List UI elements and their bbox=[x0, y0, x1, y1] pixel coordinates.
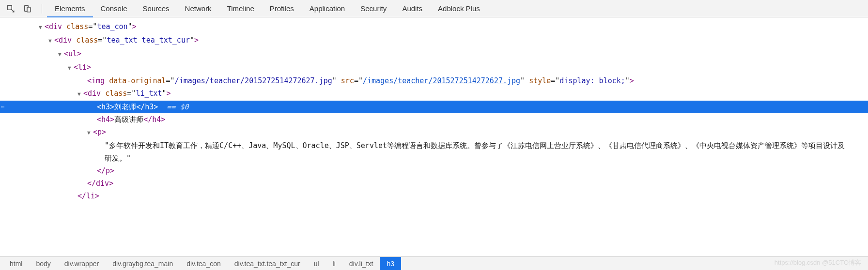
crumb-tea-con[interactable]: div.tea_con bbox=[180, 257, 228, 270]
collapse-arrow-icon[interactable]: ▼ bbox=[68, 62, 74, 75]
tab-console[interactable]: Console bbox=[93, 0, 135, 17]
tree-row[interactable]: <h4>高级讲师</h4> bbox=[0, 113, 868, 126]
crumb-li[interactable]: li bbox=[326, 257, 342, 270]
tree-row[interactable]: ▼<div class="tea_con"> bbox=[0, 20, 868, 34]
selection-marker-icon: ⋯ bbox=[0, 101, 9, 113]
tree-row[interactable]: ▼<ul> bbox=[0, 47, 868, 61]
tab-sources[interactable]: Sources bbox=[135, 0, 177, 17]
tree-row[interactable]: </li> bbox=[0, 190, 868, 202]
tab-profiles[interactable]: Profiles bbox=[262, 0, 302, 17]
tab-elements[interactable]: Elements bbox=[47, 0, 93, 17]
collapse-arrow-icon[interactable]: ▼ bbox=[39, 21, 45, 34]
tab-application[interactable]: Application bbox=[302, 0, 353, 17]
tab-network[interactable]: Network bbox=[177, 0, 219, 17]
tree-row[interactable]: ▼<li> bbox=[0, 61, 868, 75]
crumb-ul[interactable]: ul bbox=[307, 257, 326, 270]
crumb-li-txt[interactable]: div.li_txt bbox=[342, 257, 380, 270]
tree-row[interactable]: </p> bbox=[0, 165, 868, 177]
crumb-body[interactable]: body bbox=[29, 257, 57, 270]
tree-row[interactable]: "多年软件开发和IT教育工作，精通C/C++、Java、MySQL、Oracle… bbox=[0, 139, 868, 165]
collapse-arrow-icon[interactable]: ▼ bbox=[87, 127, 93, 139]
crumb-wrapper[interactable]: div.wrapper bbox=[58, 257, 106, 270]
breadcrumb: html body div.wrapper div.graybg.tea_mai… bbox=[0, 256, 868, 270]
tab-timeline[interactable]: Timeline bbox=[219, 0, 262, 17]
tab-security[interactable]: Security bbox=[353, 0, 394, 17]
elements-tree[interactable]: ▼<div class="tea_con"> ▼<div class="tea_… bbox=[0, 17, 868, 256]
inspect-icon[interactable] bbox=[4, 2, 17, 15]
watermark-text: https://blog.csdn @51CTO博客 bbox=[775, 258, 861, 267]
device-toggle-icon[interactable] bbox=[20, 2, 34, 15]
crumb-tea-txt[interactable]: div.tea_txt.tea_txt_cur bbox=[228, 257, 307, 270]
tree-row[interactable]: <img data-original="/images/teacher/2015… bbox=[0, 75, 868, 87]
crumb-h3[interactable]: h3 bbox=[380, 257, 401, 270]
tab-adblock[interactable]: Adblock Plus bbox=[430, 0, 488, 17]
devtools-toolbar: Elements Console Sources Network Timelin… bbox=[0, 0, 868, 17]
collapse-arrow-icon[interactable]: ▼ bbox=[58, 48, 64, 61]
tree-row[interactable]: ▼<p> bbox=[0, 126, 868, 139]
tree-row-selected[interactable]: ⋯ <h3>刘老师</h3> == $0 bbox=[0, 101, 868, 113]
svg-rect-2 bbox=[27, 7, 31, 12]
crumb-graybg[interactable]: div.graybg.tea_main bbox=[106, 257, 180, 270]
tree-row[interactable]: ▼<div class="tea_txt tea_txt_cur"> bbox=[0, 34, 868, 47]
tab-audits[interactable]: Audits bbox=[394, 0, 430, 17]
collapse-arrow-icon[interactable]: ▼ bbox=[78, 88, 83, 101]
tree-row[interactable]: </div> bbox=[0, 177, 868, 190]
collapse-arrow-icon[interactable]: ▼ bbox=[48, 35, 54, 47]
tree-row[interactable]: ▼<div class="li_txt"> bbox=[0, 87, 868, 101]
toolbar-separator bbox=[42, 4, 42, 14]
crumb-html[interactable]: html bbox=[3, 257, 29, 270]
